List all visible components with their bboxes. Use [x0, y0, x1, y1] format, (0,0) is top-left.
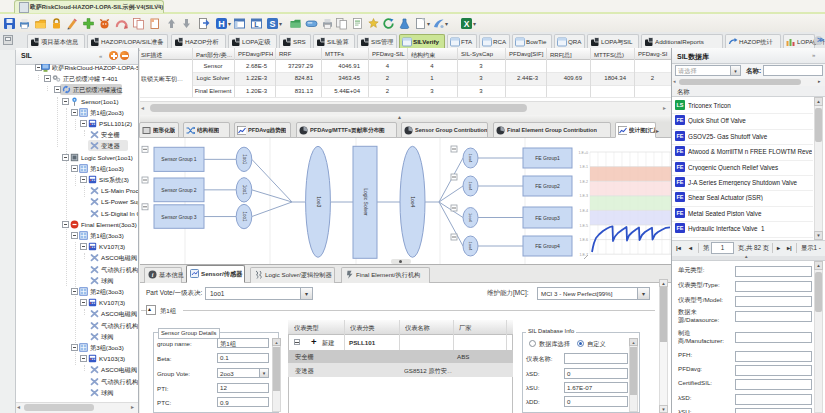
svg-text:1.E-1: 1.E-1: [579, 165, 588, 169]
svg-text:L: L: [254, 21, 259, 28]
svg-text:Sensor Group 2: Sensor Group 2: [161, 187, 197, 193]
svg-text:1oo1: 1oo1: [242, 154, 247, 165]
svg-text:1.E-4: 1.E-4: [579, 209, 588, 213]
svg-text:Sensor Group 3: Sensor Group 3: [161, 214, 197, 220]
svg-text:FE Group4: FE Group4: [535, 243, 560, 249]
svg-text:1oo4: 1oo4: [468, 182, 473, 192]
svg-text:1oo4: 1oo4: [468, 213, 473, 223]
svg-text:1oo4: 1oo4: [468, 154, 473, 164]
svg-text:S: S: [269, 19, 275, 29]
svg-text:1.E-5: 1.E-5: [579, 224, 588, 228]
svg-text:Sensor Group 1: Sensor Group 1: [161, 156, 197, 162]
svg-text:H: H: [218, 19, 225, 29]
svg-text:1.E+0: 1.E+0: [579, 151, 589, 155]
svg-text:1oo1: 1oo1: [242, 185, 247, 196]
svg-text:1oo4: 1oo4: [410, 196, 416, 207]
svg-text:FE Group2: FE Group2: [535, 183, 560, 189]
svg-text:Logic Solver: Logic Solver: [363, 188, 369, 216]
svg-text:FE Group3: FE Group3: [535, 215, 560, 221]
svg-text:1.E-6: 1.E-6: [579, 238, 588, 242]
svg-text:1oo3: 1oo3: [316, 196, 322, 207]
svg-text:X: X: [463, 19, 469, 29]
svg-text:FE Group1: FE Group1: [535, 155, 560, 161]
svg-text:1.E-3: 1.E-3: [579, 194, 588, 198]
svg-text:1oo1: 1oo1: [242, 212, 247, 223]
svg-text:1oo4: 1oo4: [468, 242, 473, 252]
svg-text:1.E-2: 1.E-2: [579, 180, 588, 184]
